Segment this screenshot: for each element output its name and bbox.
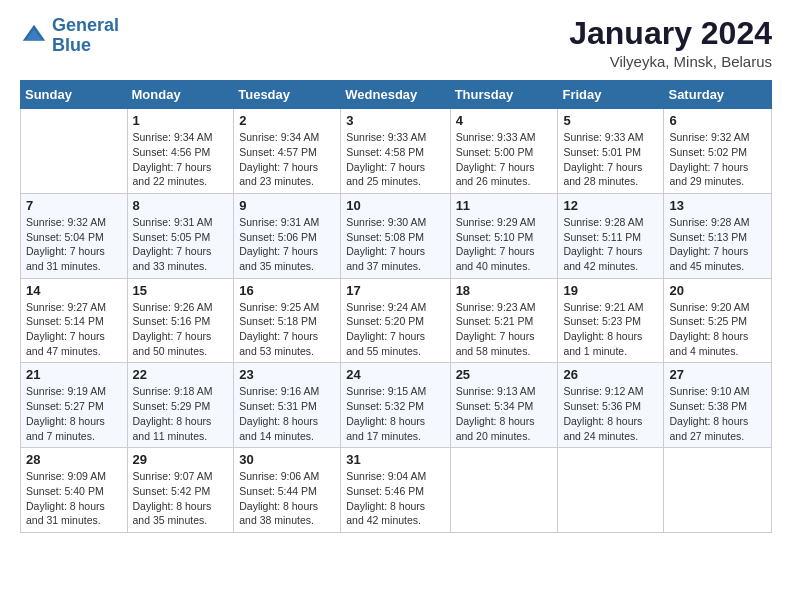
calendar-cell: 1Sunrise: 9:34 AM Sunset: 4:56 PM Daylig… (127, 109, 234, 194)
col-monday: Monday (127, 81, 234, 109)
week-row-2: 7Sunrise: 9:32 AM Sunset: 5:04 PM Daylig… (21, 193, 772, 278)
day-number: 18 (456, 283, 553, 298)
day-number: 7 (26, 198, 122, 213)
day-info: Sunrise: 9:34 AM Sunset: 4:56 PM Dayligh… (133, 130, 229, 189)
calendar-cell: 13Sunrise: 9:28 AM Sunset: 5:13 PM Dayli… (664, 193, 772, 278)
day-number: 26 (563, 367, 658, 382)
calendar-cell: 14Sunrise: 9:27 AM Sunset: 5:14 PM Dayli… (21, 278, 128, 363)
day-info: Sunrise: 9:20 AM Sunset: 5:25 PM Dayligh… (669, 300, 766, 359)
logo-general: General (52, 15, 119, 35)
header: General Blue January 2024 Vilyeyka, Mins… (20, 16, 772, 70)
calendar-cell: 5Sunrise: 9:33 AM Sunset: 5:01 PM Daylig… (558, 109, 664, 194)
calendar-cell: 26Sunrise: 9:12 AM Sunset: 5:36 PM Dayli… (558, 363, 664, 448)
main-title: January 2024 (569, 16, 772, 51)
day-info: Sunrise: 9:18 AM Sunset: 5:29 PM Dayligh… (133, 384, 229, 443)
day-number: 17 (346, 283, 444, 298)
day-info: Sunrise: 9:32 AM Sunset: 5:02 PM Dayligh… (669, 130, 766, 189)
day-info: Sunrise: 9:27 AM Sunset: 5:14 PM Dayligh… (26, 300, 122, 359)
day-info: Sunrise: 9:15 AM Sunset: 5:32 PM Dayligh… (346, 384, 444, 443)
day-number: 8 (133, 198, 229, 213)
calendar-cell (21, 109, 128, 194)
calendar-cell: 31Sunrise: 9:04 AM Sunset: 5:46 PM Dayli… (341, 448, 450, 533)
day-number: 11 (456, 198, 553, 213)
day-info: Sunrise: 9:26 AM Sunset: 5:16 PM Dayligh… (133, 300, 229, 359)
day-info: Sunrise: 9:31 AM Sunset: 5:06 PM Dayligh… (239, 215, 335, 274)
calendar-cell: 4Sunrise: 9:33 AM Sunset: 5:00 PM Daylig… (450, 109, 558, 194)
day-number: 16 (239, 283, 335, 298)
day-number: 22 (133, 367, 229, 382)
day-info: Sunrise: 9:06 AM Sunset: 5:44 PM Dayligh… (239, 469, 335, 528)
calendar-cell: 21Sunrise: 9:19 AM Sunset: 5:27 PM Dayli… (21, 363, 128, 448)
calendar-cell: 22Sunrise: 9:18 AM Sunset: 5:29 PM Dayli… (127, 363, 234, 448)
day-number: 29 (133, 452, 229, 467)
day-info: Sunrise: 9:33 AM Sunset: 5:01 PM Dayligh… (563, 130, 658, 189)
subtitle: Vilyeyka, Minsk, Belarus (569, 53, 772, 70)
main-container: General Blue January 2024 Vilyeyka, Mins… (0, 0, 792, 543)
day-info: Sunrise: 9:25 AM Sunset: 5:18 PM Dayligh… (239, 300, 335, 359)
calendar-cell: 2Sunrise: 9:34 AM Sunset: 4:57 PM Daylig… (234, 109, 341, 194)
calendar-cell: 19Sunrise: 9:21 AM Sunset: 5:23 PM Dayli… (558, 278, 664, 363)
calendar-cell: 3Sunrise: 9:33 AM Sunset: 4:58 PM Daylig… (341, 109, 450, 194)
col-friday: Friday (558, 81, 664, 109)
calendar-cell: 11Sunrise: 9:29 AM Sunset: 5:10 PM Dayli… (450, 193, 558, 278)
day-info: Sunrise: 9:32 AM Sunset: 5:04 PM Dayligh… (26, 215, 122, 274)
calendar-cell: 18Sunrise: 9:23 AM Sunset: 5:21 PM Dayli… (450, 278, 558, 363)
calendar-cell (664, 448, 772, 533)
day-number: 21 (26, 367, 122, 382)
day-number: 25 (456, 367, 553, 382)
day-number: 24 (346, 367, 444, 382)
day-info: Sunrise: 9:24 AM Sunset: 5:20 PM Dayligh… (346, 300, 444, 359)
logo: General Blue (20, 16, 119, 56)
day-number: 3 (346, 113, 444, 128)
day-number: 19 (563, 283, 658, 298)
day-info: Sunrise: 9:12 AM Sunset: 5:36 PM Dayligh… (563, 384, 658, 443)
day-info: Sunrise: 9:04 AM Sunset: 5:46 PM Dayligh… (346, 469, 444, 528)
week-row-1: 1Sunrise: 9:34 AM Sunset: 4:56 PM Daylig… (21, 109, 772, 194)
calendar-table: Sunday Monday Tuesday Wednesday Thursday… (20, 80, 772, 533)
day-number: 23 (239, 367, 335, 382)
day-number: 20 (669, 283, 766, 298)
calendar-cell: 30Sunrise: 9:06 AM Sunset: 5:44 PM Dayli… (234, 448, 341, 533)
col-sunday: Sunday (21, 81, 128, 109)
calendar-cell: 17Sunrise: 9:24 AM Sunset: 5:20 PM Dayli… (341, 278, 450, 363)
day-number: 31 (346, 452, 444, 467)
calendar-cell (558, 448, 664, 533)
day-info: Sunrise: 9:23 AM Sunset: 5:21 PM Dayligh… (456, 300, 553, 359)
calendar-cell: 12Sunrise: 9:28 AM Sunset: 5:11 PM Dayli… (558, 193, 664, 278)
calendar-cell: 8Sunrise: 9:31 AM Sunset: 5:05 PM Daylig… (127, 193, 234, 278)
calendar-cell: 10Sunrise: 9:30 AM Sunset: 5:08 PM Dayli… (341, 193, 450, 278)
day-info: Sunrise: 9:07 AM Sunset: 5:42 PM Dayligh… (133, 469, 229, 528)
day-number: 6 (669, 113, 766, 128)
calendar-cell: 27Sunrise: 9:10 AM Sunset: 5:38 PM Dayli… (664, 363, 772, 448)
day-info: Sunrise: 9:30 AM Sunset: 5:08 PM Dayligh… (346, 215, 444, 274)
day-number: 28 (26, 452, 122, 467)
week-row-4: 21Sunrise: 9:19 AM Sunset: 5:27 PM Dayli… (21, 363, 772, 448)
week-row-5: 28Sunrise: 9:09 AM Sunset: 5:40 PM Dayli… (21, 448, 772, 533)
day-number: 12 (563, 198, 658, 213)
day-info: Sunrise: 9:33 AM Sunset: 4:58 PM Dayligh… (346, 130, 444, 189)
logo-icon (20, 22, 48, 50)
day-number: 14 (26, 283, 122, 298)
logo-text: General Blue (52, 16, 119, 56)
col-saturday: Saturday (664, 81, 772, 109)
day-number: 30 (239, 452, 335, 467)
day-number: 1 (133, 113, 229, 128)
day-number: 4 (456, 113, 553, 128)
calendar-cell: 25Sunrise: 9:13 AM Sunset: 5:34 PM Dayli… (450, 363, 558, 448)
calendar-cell: 9Sunrise: 9:31 AM Sunset: 5:06 PM Daylig… (234, 193, 341, 278)
calendar-cell (450, 448, 558, 533)
day-info: Sunrise: 9:21 AM Sunset: 5:23 PM Dayligh… (563, 300, 658, 359)
calendar-cell: 16Sunrise: 9:25 AM Sunset: 5:18 PM Dayli… (234, 278, 341, 363)
col-wednesday: Wednesday (341, 81, 450, 109)
calendar-cell: 6Sunrise: 9:32 AM Sunset: 5:02 PM Daylig… (664, 109, 772, 194)
header-row: Sunday Monday Tuesday Wednesday Thursday… (21, 81, 772, 109)
calendar-cell: 24Sunrise: 9:15 AM Sunset: 5:32 PM Dayli… (341, 363, 450, 448)
day-info: Sunrise: 9:19 AM Sunset: 5:27 PM Dayligh… (26, 384, 122, 443)
calendar-cell: 15Sunrise: 9:26 AM Sunset: 5:16 PM Dayli… (127, 278, 234, 363)
day-number: 2 (239, 113, 335, 128)
calendar-cell: 20Sunrise: 9:20 AM Sunset: 5:25 PM Dayli… (664, 278, 772, 363)
calendar-cell: 7Sunrise: 9:32 AM Sunset: 5:04 PM Daylig… (21, 193, 128, 278)
day-info: Sunrise: 9:10 AM Sunset: 5:38 PM Dayligh… (669, 384, 766, 443)
day-info: Sunrise: 9:31 AM Sunset: 5:05 PM Dayligh… (133, 215, 229, 274)
day-info: Sunrise: 9:33 AM Sunset: 5:00 PM Dayligh… (456, 130, 553, 189)
